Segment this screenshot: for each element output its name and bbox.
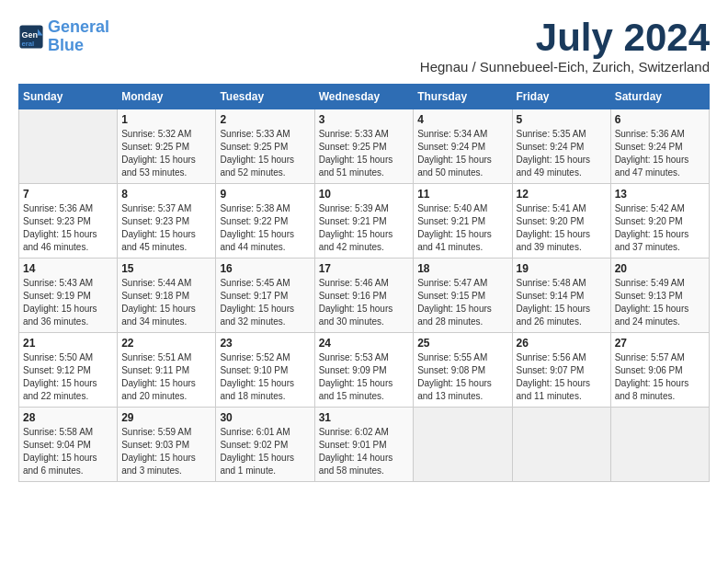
day-number: 18 [417, 262, 507, 275]
calendar-cell: 31Sunrise: 6:02 AM Sunset: 9:01 PM Dayli… [314, 408, 414, 482]
logo-icon: Gen eral [18, 24, 44, 50]
day-info: Sunrise: 5:47 AM Sunset: 9:15 PM Dayligh… [417, 277, 507, 328]
calendar-cell: 14Sunrise: 5:43 AM Sunset: 9:19 PM Dayli… [19, 259, 118, 333]
day-number: 11 [417, 188, 507, 201]
weekday-header-tuesday: Tuesday [216, 85, 314, 109]
day-number: 5 [517, 113, 607, 126]
weekday-header-wednesday: Wednesday [314, 85, 414, 109]
calendar-cell [512, 408, 610, 482]
page-header: Gen eral General Blue July 2024 Hegnau /… [18, 18, 710, 75]
logo-line2: Blue [48, 36, 84, 54]
calendar-cell: 20Sunrise: 5:49 AM Sunset: 9:13 PM Dayli… [610, 259, 709, 333]
day-info: Sunrise: 6:01 AM Sunset: 9:02 PM Dayligh… [220, 426, 310, 477]
day-number: 9 [220, 188, 310, 201]
day-info: Sunrise: 5:37 AM Sunset: 9:23 PM Dayligh… [121, 202, 211, 254]
day-info: Sunrise: 5:57 AM Sunset: 9:06 PM Dayligh… [615, 351, 705, 403]
day-info: Sunrise: 5:56 AM Sunset: 9:07 PM Dayligh… [517, 351, 607, 403]
calendar-cell: 26Sunrise: 5:56 AM Sunset: 9:07 PM Dayli… [512, 333, 610, 408]
week-row-1: 1Sunrise: 5:32 AM Sunset: 9:25 PM Daylig… [19, 109, 710, 184]
day-number: 29 [121, 411, 211, 424]
day-info: Sunrise: 5:58 AM Sunset: 9:04 PM Dayligh… [23, 426, 113, 477]
week-row-4: 21Sunrise: 5:50 AM Sunset: 9:12 PM Dayli… [19, 333, 710, 408]
calendar-cell: 7Sunrise: 5:36 AM Sunset: 9:23 PM Daylig… [19, 184, 118, 259]
day-info: Sunrise: 5:36 AM Sunset: 9:23 PM Dayligh… [23, 202, 113, 254]
day-number: 1 [121, 113, 211, 126]
day-number: 31 [319, 411, 410, 424]
day-info: Sunrise: 5:48 AM Sunset: 9:14 PM Dayligh… [517, 277, 607, 328]
day-number: 8 [121, 188, 211, 201]
calendar-cell: 23Sunrise: 5:52 AM Sunset: 9:10 PM Dayli… [216, 333, 314, 408]
day-info: Sunrise: 5:33 AM Sunset: 9:25 PM Dayligh… [220, 128, 310, 179]
calendar-cell [19, 109, 118, 184]
calendar-cell: 11Sunrise: 5:40 AM Sunset: 9:21 PM Dayli… [414, 184, 512, 259]
day-info: Sunrise: 5:51 AM Sunset: 9:11 PM Dayligh… [121, 351, 211, 403]
day-number: 14 [23, 262, 113, 275]
day-info: Sunrise: 5:59 AM Sunset: 9:03 PM Dayligh… [121, 426, 211, 477]
calendar-cell: 10Sunrise: 5:39 AM Sunset: 9:21 PM Dayli… [314, 184, 414, 259]
day-number: 21 [23, 337, 113, 350]
calendar-cell: 21Sunrise: 5:50 AM Sunset: 9:12 PM Dayli… [19, 333, 118, 408]
day-number: 7 [23, 188, 113, 201]
weekday-header-monday: Monday [118, 85, 216, 109]
location-subtitle: Hegnau / Sunnebueel-Eich, Zurich, Switze… [420, 59, 710, 75]
day-number: 22 [121, 337, 211, 350]
logo-line1: General [48, 17, 109, 36]
calendar-cell: 13Sunrise: 5:42 AM Sunset: 9:20 PM Dayli… [610, 184, 709, 259]
calendar-cell [414, 408, 512, 482]
day-number: 16 [220, 262, 310, 275]
month-title: July 2024 [420, 18, 710, 57]
day-info: Sunrise: 5:49 AM Sunset: 9:13 PM Dayligh… [615, 277, 705, 328]
day-number: 28 [23, 411, 113, 424]
day-info: Sunrise: 5:40 AM Sunset: 9:21 PM Dayligh… [417, 202, 507, 254]
weekday-header-saturday: Saturday [610, 85, 709, 109]
day-number: 15 [121, 262, 211, 275]
calendar-cell: 28Sunrise: 5:58 AM Sunset: 9:04 PM Dayli… [19, 408, 118, 482]
day-number: 4 [417, 113, 507, 126]
day-number: 3 [319, 113, 410, 126]
day-number: 25 [417, 337, 507, 350]
calendar-header: SundayMondayTuesdayWednesdayThursdayFrid… [19, 85, 710, 109]
day-info: Sunrise: 5:38 AM Sunset: 9:22 PM Dayligh… [220, 202, 310, 254]
calendar-cell: 19Sunrise: 5:48 AM Sunset: 9:14 PM Dayli… [512, 259, 610, 333]
day-number: 6 [615, 113, 705, 126]
calendar-cell: 25Sunrise: 5:55 AM Sunset: 9:08 PM Dayli… [414, 333, 512, 408]
calendar-cell: 17Sunrise: 5:46 AM Sunset: 9:16 PM Dayli… [314, 259, 414, 333]
day-number: 23 [220, 337, 310, 350]
calendar-cell: 8Sunrise: 5:37 AM Sunset: 9:23 PM Daylig… [118, 184, 216, 259]
weekday-header-thursday: Thursday [414, 85, 512, 109]
logo: Gen eral General Blue [18, 18, 109, 55]
day-number: 27 [615, 337, 705, 350]
calendar-cell: 2Sunrise: 5:33 AM Sunset: 9:25 PM Daylig… [216, 109, 314, 184]
day-number: 13 [615, 188, 705, 201]
calendar-cell: 12Sunrise: 5:41 AM Sunset: 9:20 PM Dayli… [512, 184, 610, 259]
day-number: 12 [517, 188, 607, 201]
calendar-cell: 9Sunrise: 5:38 AM Sunset: 9:22 PM Daylig… [216, 184, 314, 259]
calendar-cell: 16Sunrise: 5:45 AM Sunset: 9:17 PM Dayli… [216, 259, 314, 333]
calendar-cell: 15Sunrise: 5:44 AM Sunset: 9:18 PM Dayli… [118, 259, 216, 333]
calendar-cell: 4Sunrise: 5:34 AM Sunset: 9:24 PM Daylig… [414, 109, 512, 184]
weekday-header-sunday: Sunday [19, 85, 118, 109]
day-number: 10 [319, 188, 410, 201]
calendar-cell: 22Sunrise: 5:51 AM Sunset: 9:11 PM Dayli… [118, 333, 216, 408]
day-info: Sunrise: 5:45 AM Sunset: 9:17 PM Dayligh… [220, 277, 310, 328]
day-number: 20 [615, 262, 705, 275]
week-row-2: 7Sunrise: 5:36 AM Sunset: 9:23 PM Daylig… [19, 184, 710, 259]
day-info: Sunrise: 5:50 AM Sunset: 9:12 PM Dayligh… [23, 351, 113, 403]
day-info: Sunrise: 5:33 AM Sunset: 9:25 PM Dayligh… [319, 128, 410, 179]
day-info: Sunrise: 5:46 AM Sunset: 9:16 PM Dayligh… [319, 277, 410, 328]
day-number: 24 [319, 337, 410, 350]
calendar-cell: 29Sunrise: 5:59 AM Sunset: 9:03 PM Dayli… [118, 408, 216, 482]
day-info: Sunrise: 5:44 AM Sunset: 9:18 PM Dayligh… [121, 277, 211, 328]
calendar-cell [610, 408, 709, 482]
day-info: Sunrise: 5:32 AM Sunset: 9:25 PM Dayligh… [121, 128, 211, 179]
day-info: Sunrise: 5:52 AM Sunset: 9:10 PM Dayligh… [220, 351, 310, 403]
logo-text: General Blue [48, 18, 109, 55]
day-info: Sunrise: 5:42 AM Sunset: 9:20 PM Dayligh… [615, 202, 705, 254]
calendar-cell: 3Sunrise: 5:33 AM Sunset: 9:25 PM Daylig… [314, 109, 414, 184]
day-number: 30 [220, 411, 310, 424]
day-number: 2 [220, 113, 310, 126]
svg-text:Gen: Gen [22, 30, 39, 40]
calendar-body: 1Sunrise: 5:32 AM Sunset: 9:25 PM Daylig… [19, 109, 710, 482]
day-info: Sunrise: 5:39 AM Sunset: 9:21 PM Dayligh… [319, 202, 410, 254]
svg-text:eral: eral [22, 40, 35, 48]
